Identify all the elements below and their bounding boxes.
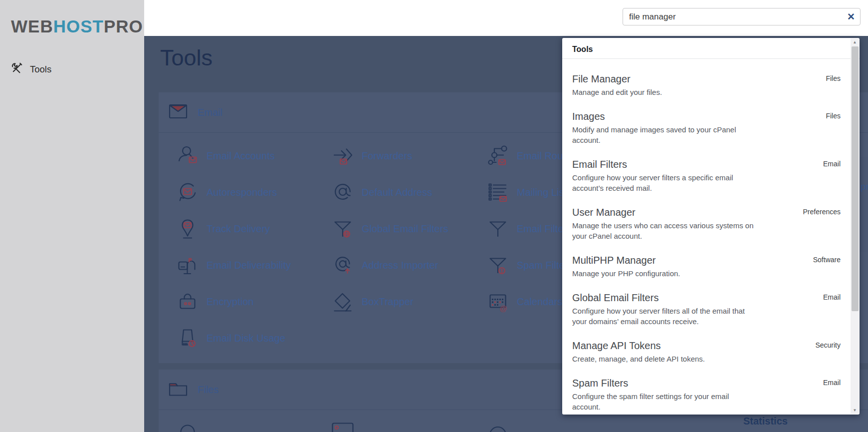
boxtrapper-icon [332, 290, 354, 314]
result-category-badge: Software [813, 256, 841, 264]
default-address-icon [332, 181, 354, 205]
logo-pro: PRO [104, 16, 143, 36]
spam-filters-icon [487, 254, 509, 278]
email-tool-link[interactable]: Email Accounts [177, 138, 332, 174]
logo-web: WEB [11, 16, 53, 36]
email-tool-link[interactable]: Default Address [332, 174, 487, 211]
files-section-title: Files [198, 384, 218, 396]
search-box: ✕ [623, 8, 861, 25]
files-partial-1-icon [177, 417, 199, 432]
result-category-badge: Files [826, 74, 841, 82]
email-tool-label: Forwarders [362, 150, 412, 162]
email-tool-label: Address Importer [362, 260, 438, 271]
result-description: Create, manage, and delete API tokens. [572, 354, 759, 364]
email-tool-link[interactable]: Global Email Filters [332, 211, 487, 247]
result-title: Manage API Tokens [572, 340, 832, 352]
email-tool-label: Global Email Filters [362, 223, 448, 235]
domain-text-fragment: pro [861, 181, 868, 192]
result-description: Manage the users who can access various … [572, 220, 759, 241]
email-tool-link[interactable]: Track Delivery [177, 211, 332, 247]
result-category-badge: Preferences [803, 208, 841, 216]
forwarders-icon [332, 144, 354, 168]
search-result-item[interactable]: Spam Filters Configure the spam filter s… [572, 377, 832, 412]
address-importer-icon [332, 254, 354, 278]
encryption-icon [177, 290, 199, 314]
email-tool-link[interactable]: Email Deliverability [177, 247, 332, 284]
email-tool-label: Email Accounts [207, 150, 275, 162]
statistics-section-title: Statistics [743, 416, 788, 427]
search-result-item[interactable]: File Manager Manage and edit your files.… [572, 73, 832, 97]
result-category-badge: Security [815, 341, 841, 349]
dropdown-scrollbar[interactable]: ▲ ▼ [851, 38, 859, 414]
email-tool-label: Encryption [207, 296, 254, 308]
svg-text:@: @ [499, 304, 507, 312]
email-tool-link[interactable]: Encryption [177, 284, 332, 320]
search-result-item[interactable]: Images Modify and manage images saved to… [572, 110, 832, 145]
top-header: ✕ [144, 0, 868, 36]
right-panel-sliver [860, 157, 868, 252]
search-result-item[interactable]: Email Filters Configure how your server … [572, 158, 832, 193]
search-result-item[interactable]: Manage API Tokens Create, manage, and de… [572, 340, 832, 364]
result-title: Spam Filters [572, 377, 832, 389]
result-title: MultiPHP Manager [572, 254, 832, 266]
page-title: Tools [160, 45, 213, 71]
email-tool-label: Email Deliverability [207, 260, 291, 271]
mailing-lists-icon [487, 181, 509, 205]
result-title: Email Filters [572, 158, 832, 170]
email-tool-link[interactable]: BoxTrapper [332, 284, 487, 320]
result-title: Global Email Filters [572, 292, 832, 304]
files-tool-link[interactable] [177, 417, 332, 432]
email-tool-label: BoxTrapper [362, 296, 414, 308]
result-category-badge: Email [823, 160, 841, 168]
email-disk-usage-icon [177, 327, 199, 351]
result-description: Configure how your server filters all of… [572, 306, 759, 327]
email-tool-label: Track Delivery [207, 223, 270, 235]
result-title: User Manager [572, 206, 832, 218]
email-routing-icon [487, 144, 509, 168]
email-section-title: Email [198, 107, 222, 118]
sidebar-item-tools-label: Tools [30, 64, 51, 75]
result-category-badge: Email [823, 293, 841, 301]
email-filters-icon [487, 217, 509, 241]
email-deliverability-icon [177, 254, 199, 278]
files-partial-2-icon [332, 417, 354, 432]
email-tool-link[interactable]: Autoresponders [177, 174, 332, 211]
files-partial-3-icon [487, 417, 509, 432]
email-tool-link[interactable]: Email Disk Usage [177, 320, 332, 357]
scrollbar-thumb[interactable] [852, 46, 859, 311]
files-tool-link[interactable] [487, 417, 868, 432]
results-divider [562, 58, 860, 59]
email-section-icon [169, 103, 188, 121]
email-tool-label: Autoresponders [207, 187, 277, 198]
result-description: Modify and manage images saved to your c… [572, 124, 759, 145]
result-description: Manage your PHP configuration. [572, 268, 759, 279]
email-tool-label: Default Address [362, 187, 432, 198]
results-group-title: Tools [562, 38, 860, 58]
scrollbar-up-icon[interactable]: ▲ [851, 40, 859, 44]
email-accounts-icon [177, 144, 199, 168]
search-result-item[interactable]: MultiPHP Manager Manage your PHP configu… [572, 254, 832, 279]
sidebar: WEBHOSTPRO Tools [0, 0, 144, 432]
global-email-filters-icon [332, 217, 354, 241]
webhostpro-logo: WEBHOSTPRO [11, 16, 143, 36]
result-category-badge: Files [826, 112, 841, 120]
calendars-contacts-icon: @ [487, 290, 509, 314]
logo-host: HOST [53, 16, 104, 36]
results-list: File Manager Manage and edit your files.… [562, 73, 860, 412]
search-result-item[interactable]: User Manager Manage the users who can ac… [572, 206, 832, 241]
files-tool-link[interactable] [332, 417, 487, 432]
clear-search-icon[interactable]: ✕ [847, 10, 855, 23]
autoresponders-icon [177, 181, 199, 205]
result-description: Manage and edit your files. [572, 87, 759, 97]
sidebar-item-tools[interactable]: Tools [11, 62, 51, 76]
search-result-item[interactable]: Global Email Filters Configure how your … [572, 292, 832, 327]
files-section-icon [169, 381, 188, 399]
result-title: Images [572, 110, 832, 122]
email-tool-link[interactable]: Forwarders [332, 138, 487, 174]
tools-wrench-icon [11, 62, 22, 76]
email-tool-link[interactable]: Address Importer [332, 247, 487, 284]
result-description: Configure how your server filters a spec… [572, 172, 759, 193]
search-input[interactable] [623, 8, 860, 25]
scrollbar-down-icon[interactable]: ▼ [851, 408, 859, 413]
result-title: File Manager [572, 73, 832, 85]
